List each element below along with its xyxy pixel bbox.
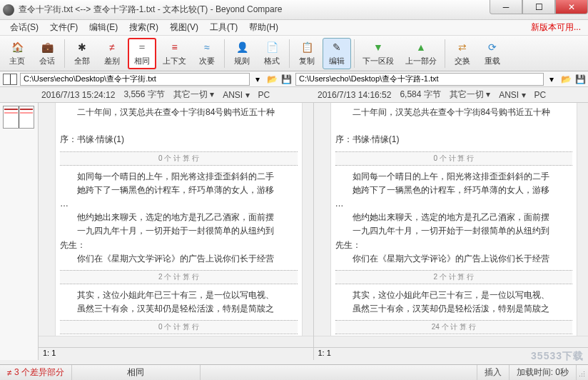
rules-button[interactable]: 👤规则 [228, 38, 256, 69]
text-line: … [60, 197, 298, 211]
copy-icon: 📋 [298, 40, 315, 54]
right-path-side: ▾ 📂 💾 [294, 73, 588, 86]
app-icon [3, 4, 14, 16]
menu-view[interactable]: 视图(V) [164, 20, 204, 35]
maximize-button[interactable]: ☐ [522, 0, 555, 14]
thumbnail-icon[interactable] [3, 74, 17, 85]
toolbar-separator [224, 39, 225, 68]
menu-session[interactable]: 会话(S) [4, 20, 44, 35]
text-line: 如同每一个晴日的上午，阳光将这排歪歪斜斜的二手 [60, 170, 298, 184]
left-vscroll[interactable] [302, 103, 313, 336]
left-text[interactable]: 二十年间，汉芙总共在查令十字街84号购书近五十种 序：书缘·情缘(1) 0 个 … [56, 103, 302, 336]
dropdown-icon[interactable]: ▾ [545, 73, 558, 86]
text-line: 先生： [335, 239, 573, 252]
all-button[interactable]: ✱全部 [68, 38, 96, 69]
text-line: 你们在《星期六文学评论》的广告上说你们长于经营 [335, 252, 573, 266]
menubar: 会话(S) 文件(F) 编辑(E) 搜索(R) 视图(V) 工具(T) 帮助(H… [0, 20, 588, 36]
left-gutter [39, 103, 56, 336]
menu-tools[interactable]: 工具(T) [204, 20, 243, 35]
open-folder-icon[interactable]: 📂 [559, 73, 572, 86]
equal-icon: ＝ [133, 41, 151, 54]
menu-help[interactable]: 帮助(H) [243, 20, 284, 35]
new-version-link[interactable]: 新版本可用... [531, 21, 581, 34]
text-line: 她跨下了一辆黑色的计程车，纤巧单薄的女人，游移 [60, 184, 298, 197]
arrow-down-icon: ▼ [370, 40, 387, 54]
text-line: 序：书缘·情缘(1) [60, 133, 298, 146]
menu-edit[interactable]: 编辑(E) [83, 20, 123, 35]
infobar: 2016/7/13 15:24:12 3,556 字节 其它一切 ▾ ANSI … [0, 87, 588, 103]
text-line: 二十年间，汉芙总共在查令十字街84号购书近五十种 [60, 106, 298, 119]
status-diff: ≠ 3 个差异部分 [0, 365, 72, 380]
arrow-up-icon: ▲ [412, 40, 430, 54]
swap-button[interactable]: ⇄交换 [448, 38, 477, 69]
left-path-side: ▾ 📂 💾 [0, 73, 294, 86]
right-vscroll[interactable] [577, 103, 588, 336]
left-hscroll[interactable] [39, 336, 313, 347]
session-button[interactable]: 💼会话 [33, 38, 61, 69]
statusbar: ≠ 3 个差异部分 相同 插入 加载时间: 0秒 [0, 364, 588, 380]
same-button[interactable]: ＝相同 [128, 38, 156, 69]
prev-section-button[interactable]: ▲上一部分 [400, 38, 442, 69]
notequal-icon: ≠ [103, 40, 121, 54]
edit-icon: ✎ [328, 40, 345, 54]
left-info: 2016/7/13 15:24:12 3,556 字节 其它一切 ▾ ANSI … [0, 89, 312, 101]
text-line: 先生： [60, 239, 298, 252]
context-button[interactable]: ≡上下文 [158, 38, 191, 69]
text-line: 他约她出来聊天，选定的地方是孔乙己酒家，面前摆 [335, 211, 573, 224]
open-folder-icon[interactable]: 📂 [265, 73, 278, 86]
right-os[interactable]: PC [534, 90, 547, 100]
right-enc[interactable]: ANSI ▾ [499, 90, 525, 100]
menu-search[interactable]: 搜索(R) [123, 20, 164, 35]
format-button[interactable]: 📄格式 [258, 38, 286, 69]
text-line: 虽然三十有余，汉芙却仍是轻松活泼，特别是简牍之 [335, 302, 573, 316]
left-other[interactable]: 其它一切 ▾ [173, 89, 214, 101]
left-size: 3,556 字节 [123, 89, 164, 101]
copy-button[interactable]: 📋复制 [293, 38, 321, 69]
right-text[interactable]: 二十年间，汉芙总共在查令十字街84号购书近五十种 序：书缘·情缘(1) 0 个 … [331, 103, 577, 336]
left-path-input[interactable] [20, 73, 250, 86]
edit-button[interactable]: ✎编辑 [323, 38, 351, 69]
briefcase-icon: 💼 [39, 40, 56, 54]
minor-button[interactable]: ≈次要 [193, 38, 221, 69]
compare-area: 二十年间，汉芙总共在查令十字街84号购书近五十种 序：书缘·情缘(1) 0 个 … [0, 103, 588, 360]
resize-grip[interactable] [577, 367, 588, 379]
right-size: 6,584 字节 [400, 89, 440, 101]
close-button[interactable]: ✕ [555, 0, 588, 14]
left-enc[interactable]: ANSI ▾ [223, 90, 249, 100]
toolbar-separator [445, 39, 445, 68]
swap-icon: ⇄ [454, 40, 471, 54]
minimize-button[interactable]: ─ [490, 0, 522, 14]
right-other[interactable]: 其它一切 ▾ [450, 89, 490, 101]
menu-file[interactable]: 文件(F) [44, 20, 83, 35]
diff-button[interactable]: ≠差别 [98, 38, 126, 69]
overview-thumb[interactable] [3, 106, 34, 129]
context-icon: ≡ [166, 40, 183, 54]
status-spacer [201, 365, 477, 380]
right-info: 2016/7/13 14:16:52 6,584 字节 其它一切 ▾ ANSI … [312, 89, 588, 101]
watermark: 35533下载 [531, 350, 584, 363]
save-icon[interactable]: 💾 [574, 73, 587, 86]
right-hscroll[interactable] [314, 336, 589, 347]
save-icon[interactable]: 💾 [280, 73, 293, 86]
next-section-button[interactable]: ▼下一区段 [358, 38, 399, 69]
format-icon: 📄 [263, 40, 280, 54]
reload-button[interactable]: ⟳重载 [478, 38, 507, 69]
text-line: 她跨下了一辆黑色的计程车，纤巧单薄的女人，游移 [335, 184, 573, 197]
home-button[interactable]: 🏠主页 [3, 38, 31, 69]
toolbar-separator [289, 39, 290, 68]
pathbar: ▾ 📂 💾 ▾ 📂 💾 [0, 71, 588, 87]
text-line: 你们在《星期六文学评论》的广告上说你们长于经营 [60, 252, 298, 266]
dropdown-icon[interactable]: ▾ [251, 73, 264, 86]
left-cursor: 1: 1 [39, 347, 313, 360]
panes: 二十年间，汉芙总共在查令十字街84号购书近五十种 序：书缘·情缘(1) 0 个 … [39, 103, 588, 360]
text-line: … [335, 197, 573, 211]
text-line: 他约她出来聊天，选定的地方是孔乙己酒家，面前摆 [60, 211, 298, 224]
reload-icon: ⟳ [484, 40, 501, 54]
right-path-input[interactable] [295, 73, 544, 86]
left-os[interactable]: PC [258, 90, 270, 100]
left-pane: 二十年间，汉芙总共在查令十字街84号购书近五十种 序：书缘·情缘(1) 0 个 … [39, 103, 314, 360]
right-pane: 二十年间，汉芙总共在查令十字街84号购书近五十种 序：书缘·情缘(1) 0 个 … [314, 103, 589, 360]
home-icon: 🏠 [9, 40, 26, 54]
asterisk-icon: ✱ [74, 40, 91, 54]
window-title: 查令十字街.txt <--> 查令十字路-1.txt - 文本比较(T) - B… [19, 4, 282, 16]
